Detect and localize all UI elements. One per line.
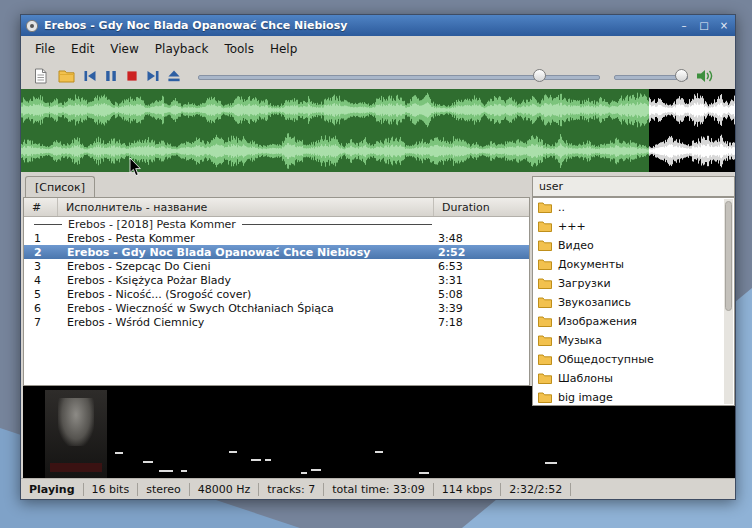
next-icon: [145, 68, 161, 84]
folder-item[interactable]: Загрузки: [533, 274, 734, 293]
folder-list: ..+++ВидеоДокументыЗагрузкиЗвукозаписьИз…: [533, 198, 734, 406]
open-file-icon: [33, 68, 48, 84]
stop-button[interactable]: [121, 65, 142, 87]
folder-item[interactable]: Документы: [533, 255, 734, 274]
volume-slider[interactable]: [614, 65, 688, 87]
menu-playback[interactable]: Playback: [147, 39, 217, 59]
volume-thumb[interactable]: [675, 69, 688, 82]
playlist-row[interactable]: 4Erebos - Księżyca Pożar Blady3:31: [24, 273, 529, 287]
album-art-band: [50, 463, 102, 472]
open-folder-icon: [58, 69, 75, 83]
column-duration[interactable]: Duration: [434, 198, 529, 216]
viz-mark: [229, 451, 237, 453]
eject-icon: [166, 68, 182, 84]
playlist-row[interactable]: 7Erebos - Wśród Ciemnicy7:18: [24, 315, 529, 329]
playlist: # Исполнитель - название Duration Erebos…: [23, 197, 530, 386]
viz-mark: [143, 461, 153, 463]
desktop: Erebos - Gdy Noc Blada Opanować Chce Nie…: [0, 0, 752, 528]
viz-mark: [159, 470, 173, 472]
folder-name: +++: [558, 220, 586, 233]
playlist-row[interactable]: 6Erebos - Wieczność w Swych Otchłaniach …: [24, 301, 529, 315]
album-art: [45, 390, 107, 478]
folder-icon: [538, 392, 552, 403]
track-title: Erebos - Księżyca Pożar Blady: [58, 274, 434, 287]
menu-help[interactable]: Help: [262, 39, 305, 59]
track-number: 7: [24, 316, 58, 329]
folder-name: Общедоступные: [558, 353, 654, 366]
track-duration: 6:53: [434, 260, 529, 273]
menu-file[interactable]: File: [27, 39, 63, 59]
viz-mark: [251, 459, 261, 461]
toolbar: [21, 62, 735, 89]
maximize-button[interactable]: □: [695, 18, 713, 33]
app-icon: [25, 19, 39, 33]
seek-thumb[interactable]: [533, 69, 546, 82]
previous-button[interactable]: [79, 65, 100, 87]
track-title: Erebos - Wśród Ciemnicy: [58, 316, 434, 329]
folder-item[interactable]: Звукозапись: [533, 293, 734, 312]
filebrowser-path[interactable]: user: [532, 176, 735, 197]
statusbar: Playing16 bitsstereo48000 Hztracks: 7tot…: [21, 478, 735, 499]
column-artist-title[interactable]: Исполнитель - название: [58, 198, 434, 216]
folder-item[interactable]: Изображения: [533, 312, 734, 331]
status-item: tracks: 7: [259, 483, 324, 496]
folder-name: Звукозапись: [558, 296, 631, 309]
minimize-button[interactable]: –: [675, 18, 693, 33]
folder-item[interactable]: ..: [533, 198, 734, 217]
folder-icon: [538, 373, 552, 384]
folder-item[interactable]: Общедоступные: [533, 350, 734, 369]
group-line: [242, 224, 432, 225]
filebrowser-scrollbar[interactable]: [724, 199, 733, 404]
playlist-row[interactable]: 2Erebos - Gdy Noc Blada Opanować Chce Ni…: [24, 245, 529, 259]
open-file-button[interactable]: [27, 65, 53, 87]
eject-button[interactable]: [163, 65, 184, 87]
viz-mark: [301, 472, 307, 474]
status-item: 16 bits: [84, 483, 139, 496]
status-item: stereo: [138, 483, 190, 496]
folder-name: Документы: [558, 258, 624, 271]
speaker-icon: [696, 68, 715, 84]
menu-tools[interactable]: Tools: [216, 39, 262, 59]
folder-name: Изображения: [558, 315, 637, 328]
folder-item[interactable]: Музыка: [533, 331, 734, 350]
folder-item[interactable]: Шаблоны: [533, 369, 734, 388]
folder-icon: [538, 259, 552, 270]
track-title: Erebos - Pesta Kommer: [58, 232, 434, 245]
open-folder-button[interactable]: [53, 65, 79, 87]
menu-edit[interactable]: Edit: [63, 39, 102, 59]
column-number[interactable]: #: [24, 198, 58, 216]
track-duration: 3:31: [434, 274, 529, 287]
playlist-tab[interactable]: [Список]: [25, 176, 95, 197]
folder-icon: [538, 240, 552, 251]
menu-view[interactable]: View: [102, 39, 146, 59]
track-list: 1Erebos - Pesta Kommer3:482Erebos - Gdy …: [24, 231, 529, 329]
viz-mark: [375, 451, 383, 453]
folder-icon: [538, 335, 552, 346]
folder-name: ..: [558, 201, 565, 214]
track-number: 3: [24, 260, 58, 273]
album-group-header: Erebos - [2018] Pesta Kommer: [24, 217, 529, 231]
close-button[interactable]: ×: [715, 18, 733, 33]
folder-item[interactable]: +++: [533, 217, 734, 236]
mouse-cursor: [129, 158, 142, 177]
seek-slider[interactable]: [198, 65, 600, 87]
titlebar[interactable]: Erebos - Gdy Noc Blada Opanować Chce Nie…: [21, 15, 735, 36]
next-button[interactable]: [142, 65, 163, 87]
player-window: Erebos - Gdy Noc Blada Opanować Chce Nie…: [20, 14, 736, 500]
track-number: 2: [24, 246, 58, 259]
album-art-figure: [58, 398, 94, 446]
pause-icon: [103, 68, 119, 84]
scrollbar-thumb[interactable]: [725, 201, 732, 311]
folder-icon: [538, 316, 552, 327]
status-item: 48000 Hz: [190, 483, 260, 496]
playlist-row[interactable]: 1Erebos - Pesta Kommer3:48: [24, 231, 529, 245]
playlist-row[interactable]: 5Erebos - Nicość... (Srogość cover)5:08: [24, 287, 529, 301]
folder-item[interactable]: Видео: [533, 236, 734, 255]
playlist-row[interactable]: 3Erebos - Szepcąc Do Cieni6:53: [24, 259, 529, 273]
track-duration: 3:48: [434, 232, 529, 245]
folder-item[interactable]: big image: [533, 388, 734, 406]
folder-name: Шаблоны: [558, 372, 613, 385]
pause-button[interactable]: [100, 65, 121, 87]
track-number: 4: [24, 274, 58, 287]
window-title: Erebos - Gdy Noc Blada Opanować Chce Nie…: [44, 19, 675, 32]
